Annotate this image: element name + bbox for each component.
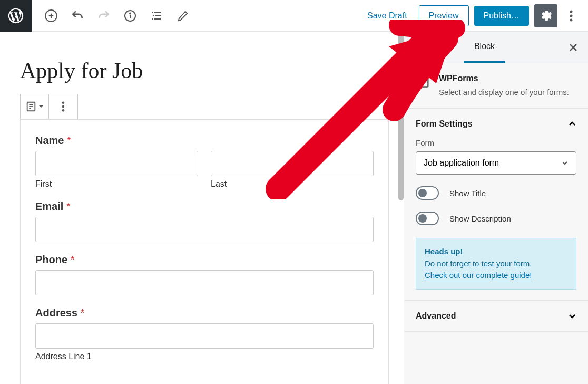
publish-button[interactable]: Publish…	[474, 6, 529, 26]
first-name-input[interactable]	[35, 151, 198, 176]
chevron-down-icon	[568, 312, 576, 320]
undo-icon	[71, 9, 84, 23]
svg-rect-8	[153, 15, 154, 16]
svg-rect-7	[154, 12, 161, 13]
block-type-button[interactable]	[21, 94, 49, 119]
form-icon	[25, 101, 37, 112]
redo-icon	[97, 9, 111, 23]
last-sublabel: Last	[211, 179, 374, 189]
svg-point-21	[62, 109, 65, 112]
phone-label: Phone *	[35, 254, 374, 266]
save-draft-button[interactable]: Save Draft	[361, 7, 414, 25]
svg-point-19	[62, 101, 65, 104]
outline-icon	[150, 9, 163, 22]
form-select[interactable]: Job application form	[416, 151, 576, 175]
phone-input[interactable]	[35, 270, 374, 295]
outline-button[interactable]	[145, 5, 168, 27]
block-name: WPForms	[439, 74, 569, 83]
main-layout: Apply for Job Name * First	[0, 32, 588, 384]
redo-button[interactable]	[93, 5, 115, 27]
advanced-panel: Advanced	[404, 301, 588, 332]
block-description: Select and display one of your forms.	[439, 87, 569, 98]
kebab-icon	[62, 101, 65, 112]
editor-area: Apply for Job Name * First	[0, 32, 404, 384]
svg-point-5	[130, 13, 131, 14]
sidebar-tabs: Document Block	[404, 32, 588, 63]
more-options-button[interactable]	[563, 4, 580, 27]
show-description-label: Show Description	[449, 214, 511, 223]
show-description-toggle[interactable]	[416, 212, 439, 225]
address-field-group: Address * Address Line 1	[35, 307, 374, 361]
close-icon	[569, 43, 578, 52]
toolbar-right: Save Draft Preview Publish…	[361, 4, 588, 27]
wp-logo[interactable]	[0, 0, 32, 32]
plus-circle-icon	[44, 9, 58, 23]
svg-point-13	[570, 14, 573, 17]
block-info-panel: WPForms Select and display one of your f…	[404, 63, 588, 109]
email-label: Email *	[35, 200, 374, 213]
form-settings-header[interactable]: Form Settings	[416, 119, 576, 129]
name-field-group: Name * First Last	[35, 135, 374, 189]
phone-field-group: Phone *	[35, 254, 374, 295]
form-select-label: Form	[416, 138, 576, 147]
pencil-icon	[177, 10, 189, 22]
edit-button[interactable]	[172, 5, 194, 27]
settings-button[interactable]	[534, 4, 557, 27]
chevron-down-icon	[561, 159, 569, 167]
undo-button[interactable]	[66, 5, 89, 27]
block-more-button[interactable]	[49, 94, 77, 119]
tab-block[interactable]: Block	[464, 32, 505, 63]
address-line1-input[interactable]	[35, 323, 374, 349]
address-line1-sublabel: Address Line 1	[35, 352, 374, 361]
close-sidebar-button[interactable]	[563, 37, 584, 58]
chevron-up-icon	[568, 120, 576, 128]
last-name-input[interactable]	[211, 151, 374, 176]
address-label: Address *	[35, 307, 374, 319]
svg-point-20	[62, 105, 65, 108]
email-field-group: Email *	[35, 200, 374, 242]
info-icon	[124, 9, 136, 22]
show-description-toggle-row: Show Description	[416, 212, 576, 225]
show-title-toggle[interactable]	[416, 186, 439, 200]
preview-button[interactable]: Preview	[419, 5, 469, 26]
form-preview: Name * First Last Email * Phone *	[20, 119, 389, 384]
tab-document[interactable]: Document	[404, 33, 464, 62]
toolbar-left	[32, 5, 194, 27]
svg-rect-6	[152, 12, 153, 13]
first-sublabel: First	[35, 179, 198, 189]
block-toolbar	[20, 94, 78, 119]
form-settings-panel: Form Settings Form Job application form …	[404, 109, 588, 301]
page-title[interactable]: Apply for Job	[20, 58, 384, 83]
gear-icon	[540, 9, 552, 22]
show-title-toggle-row: Show Title	[416, 186, 576, 200]
kebab-icon	[570, 9, 573, 22]
info-button[interactable]	[119, 5, 141, 27]
add-block-button[interactable]	[40, 5, 62, 27]
svg-rect-11	[154, 18, 161, 20]
wpforms-icon	[416, 74, 432, 90]
svg-point-14	[570, 18, 573, 21]
email-input[interactable]	[35, 217, 374, 242]
top-toolbar: Save Draft Preview Publish…	[0, 0, 588, 32]
show-title-label: Show Title	[449, 189, 486, 198]
name-label: Name *	[35, 135, 374, 147]
svg-point-12	[570, 10, 573, 13]
scrollbar-thumb[interactable]	[398, 32, 404, 200]
guide-link[interactable]: Check out our complete guide!	[425, 271, 532, 280]
svg-rect-10	[152, 18, 153, 20]
heads-up-notice: Heads up! Do not forget to test your for…	[416, 238, 576, 290]
advanced-header[interactable]: Advanced	[416, 311, 576, 321]
wordpress-icon	[7, 7, 25, 25]
chevron-down-icon	[38, 104, 44, 109]
svg-rect-9	[155, 15, 161, 16]
settings-sidebar: Document Block WPForms Select and displa…	[404, 32, 588, 384]
